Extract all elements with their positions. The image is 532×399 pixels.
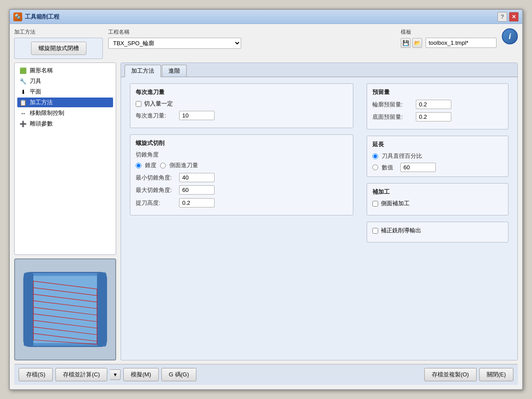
tree-item-head[interactable]: ➕ 雕頭參數 xyxy=(17,119,113,129)
template-open-icon[interactable]: 📂 xyxy=(412,38,422,48)
tool-icon: 🔧 xyxy=(19,77,27,85)
machining-method-section: 加工方法 螺旋開放式閉槽 xyxy=(14,28,103,59)
motion-icon: ↔ xyxy=(19,109,27,117)
cutter-comp-checkbox[interactable] xyxy=(372,228,378,234)
cut-angle-radio-group: 錐度 側面進刀量 xyxy=(136,161,348,169)
tree-item-tool[interactable]: 🔧 刀具 xyxy=(17,76,113,86)
plane-icon: ⬇ xyxy=(19,88,27,96)
template-label: 樣板 xyxy=(401,28,497,36)
tree-panel: 🟩 圖形名稱 🔧 刀具 ⬇ 平面 📋 加工方法 xyxy=(14,63,116,255)
cutter-comp-section: 補正銑削導輸出 xyxy=(367,222,509,243)
project-select-row: TBX_SPO_輪廓 xyxy=(108,38,395,49)
taper-radio[interactable] xyxy=(136,163,141,168)
side-stock-label: 輪廓預留量: xyxy=(372,101,412,109)
project-name-label: 工程名稱 xyxy=(108,28,395,36)
tree-item-machining[interactable]: 📋 加工方法 xyxy=(17,98,113,107)
tool-dia-pct-radio[interactable] xyxy=(372,153,378,159)
min-angle-input[interactable] xyxy=(179,173,215,182)
svg-rect-3 xyxy=(24,272,34,346)
numeric-radio[interactable] xyxy=(372,164,378,170)
svg-rect-2 xyxy=(30,276,100,343)
machining-extra-title: 補加工 xyxy=(372,188,503,196)
tab-advanced[interactable]: 進階 xyxy=(162,65,187,77)
title-bar-left: 🔩 工具箱削工程 xyxy=(13,12,59,21)
save-calc-button[interactable]: 存檔並計算(C) xyxy=(55,368,107,381)
max-angle-row: 最大切錐角度: xyxy=(136,185,348,195)
right-panel: 加工方法 進階 每次進刀量 切入量一定 xyxy=(121,63,518,360)
tree-item-machining-label: 加工方法 xyxy=(30,98,53,106)
machining-extra-section: 補加工 側面補加工 xyxy=(367,183,509,215)
helical-cut-section: 螺旋式切削 切錐角度 錐度 側面進刀量 xyxy=(130,134,353,215)
extension-value-input[interactable] xyxy=(400,163,436,172)
bottom-stock-row: 底面預留量: xyxy=(372,112,503,121)
tool-dia-pct-label: 刀具直徑百分比 xyxy=(382,152,422,160)
template-save-icon[interactable]: 💾 xyxy=(401,38,411,48)
tabs-row: 加工方法 進階 xyxy=(121,63,517,77)
side-feed-radio-label: 側面進刀量 xyxy=(169,161,198,169)
taper-radio-label: 錐度 xyxy=(145,161,156,169)
svg-rect-4 xyxy=(97,272,107,346)
main-window: 🔩 工具箱削工程 ? ✕ 加工方法 螺旋開放式閉槽 工程名稱 TBX xyxy=(9,9,523,390)
head-icon: ➕ xyxy=(19,120,27,128)
tree-item-tool-label: 刀具 xyxy=(30,77,41,85)
g-code-button[interactable]: G 碼(G) xyxy=(161,368,197,381)
template-row: 💾 📂 xyxy=(401,38,497,48)
machining-icon: 📋 xyxy=(19,98,27,106)
window-title: 工具箱削工程 xyxy=(25,13,59,21)
save-button[interactable]: 存檔(S) xyxy=(19,368,53,381)
tab-machining-method[interactable]: 加工方法 xyxy=(125,65,161,77)
lift-height-row: 提刀高度: xyxy=(136,198,348,207)
close-button[interactable]: ✕ xyxy=(509,12,519,22)
tree-item-motion[interactable]: ↔ 移動限制控制 xyxy=(17,108,113,118)
close-button[interactable]: 關閉(E) xyxy=(479,368,513,381)
side-extra-checkbox[interactable] xyxy=(372,201,378,207)
lift-height-input[interactable] xyxy=(179,198,215,207)
side-feed-radio[interactable] xyxy=(160,163,166,168)
max-angle-label: 最大切錐角度: xyxy=(136,186,176,194)
tree-item-plane[interactable]: ⬇ 平面 xyxy=(17,87,113,97)
machining-method-button[interactable]: 螺旋開放式閉槽 xyxy=(31,42,86,55)
save-calc-dropdown[interactable]: ▼ xyxy=(110,369,121,380)
info-button[interactable]: i xyxy=(502,28,518,44)
template-name-input[interactable] xyxy=(426,38,497,48)
machining-method-label: 加工方法 xyxy=(14,28,103,36)
constant-feed-row: 切入量一定 xyxy=(136,100,348,108)
lift-height-label: 提刀高度: xyxy=(136,199,176,207)
bottom-stock-label: 底面預留量: xyxy=(372,113,412,121)
stock-section-title: 預留量 xyxy=(372,88,503,96)
simulate-button[interactable]: 模擬(M) xyxy=(123,368,159,381)
side-extra-row: 側面補加工 xyxy=(372,200,503,207)
bottom-stock-input[interactable] xyxy=(416,112,451,121)
cutter-comp-row: 補正銑削導輸出 xyxy=(372,227,503,235)
side-stock-input[interactable] xyxy=(416,100,451,109)
params-right: 預留量 輪廓預留量: 底面預留量: 延長 xyxy=(367,83,509,354)
title-bar-controls: ? ✕ xyxy=(497,12,519,22)
taper-radio-row: 錐度 側面進刀量 xyxy=(136,161,348,169)
template-section: 樣板 💾 📂 xyxy=(401,28,497,48)
app-icon: 🔩 xyxy=(13,12,22,21)
constant-feed-checkbox[interactable] xyxy=(136,101,141,107)
project-name-section: 工程名稱 TBX_SPO_輪廓 xyxy=(108,28,395,49)
feed-section-title: 每次進刀量 xyxy=(136,88,348,96)
stock-section: 預留量 輪廓預留量: 底面預留量: xyxy=(367,83,509,129)
side-stock-row: 輪廓預留量: xyxy=(372,100,503,109)
save-copy-button[interactable]: 存檔並複製(O) xyxy=(424,368,477,381)
params-left: 每次進刀量 切入量一定 每次進刀量: 螺 xyxy=(130,83,353,354)
tree-item-plane-label: 平面 xyxy=(30,88,41,96)
numeric-label: 數值 xyxy=(382,164,393,172)
tree-item-head-label: 雕頭參數 xyxy=(30,120,53,128)
feed-per-pass-input[interactable] xyxy=(179,111,215,120)
constant-feed-label: 切入量一定 xyxy=(144,100,173,108)
tool-dia-pct-row: 刀具直徑百分比 xyxy=(372,152,503,160)
min-angle-label: 最小切錐角度: xyxy=(136,174,176,182)
content-area: 加工方法 螺旋開放式閉槽 工程名稱 TBX_SPO_輪廓 樣板 xyxy=(10,24,522,389)
tree-item-shape[interactable]: 🟩 圖形名稱 xyxy=(17,66,113,75)
side-extra-label: 側面補加工 xyxy=(381,200,410,207)
cut-angle-subtitle: 切錐角度 xyxy=(136,151,348,159)
max-angle-input[interactable] xyxy=(179,185,215,195)
cutter-comp-label: 補正銑削導輸出 xyxy=(381,227,421,235)
feed-per-pass-section: 每次進刀量 切入量一定 每次進刀量: xyxy=(130,83,353,128)
shape-icon: 🟩 xyxy=(19,66,27,74)
project-name-select[interactable]: TBX_SPO_輪廓 xyxy=(108,38,241,49)
help-button[interactable]: ? xyxy=(497,12,507,22)
